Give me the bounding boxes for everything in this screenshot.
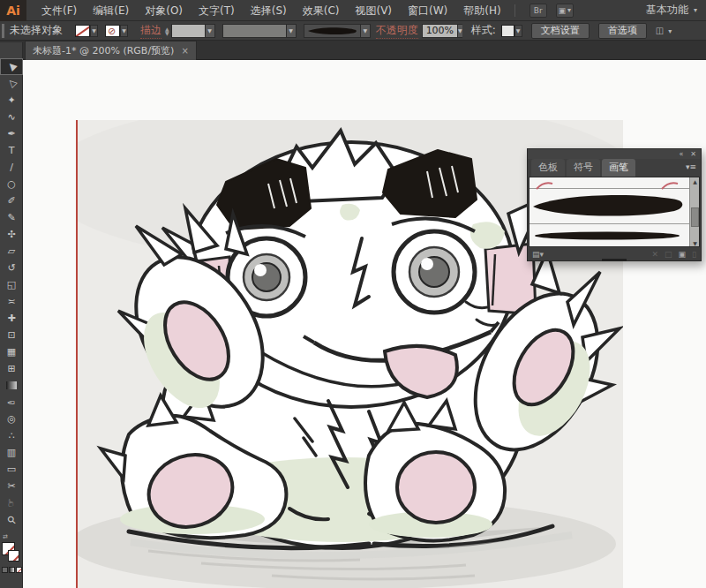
tool-icon: ⚲ <box>5 513 19 526</box>
chevron-down-icon: ▼ <box>457 25 462 37</box>
tool-symbol-sprayer[interactable]: ∴ <box>0 427 23 444</box>
menu-items: 文件(F)编辑(E)对象(O)文字(T)选择(S)效果(C)视图(V)窗口(W)… <box>34 0 509 21</box>
tool-eyedropper[interactable]: ✑ <box>0 394 23 411</box>
brush-item-partial[interactable] <box>530 177 699 189</box>
panel-tabs: 色板 符号 画笔 ▾≡ <box>528 159 701 177</box>
panel-menu-icon[interactable]: ▾≡ <box>686 162 696 171</box>
tool-pen[interactable]: ✒ <box>0 125 23 142</box>
tool-mesh[interactable]: ⊞ <box>0 360 23 377</box>
style-dropdown[interactable]: ▼ <box>514 25 522 37</box>
new-brush-icon[interactable]: ▣ <box>679 250 687 259</box>
tool-icon: ⊡ <box>7 330 15 340</box>
tool-line-segment[interactable]: ∕ <box>0 159 23 176</box>
close-icon[interactable]: × <box>181 46 188 56</box>
stroke-weight-stepper[interactable]: ▲▼ <box>165 26 169 35</box>
tool-hand[interactable]: ☞ <box>0 494 23 511</box>
tool-free-transform[interactable]: ✚ <box>0 310 23 327</box>
fill-swatch[interactable] <box>75 25 90 37</box>
scroll-up-icon[interactable]: ▲ <box>690 177 700 186</box>
tool-lasso[interactable]: ∿ <box>0 109 23 125</box>
style-swatch[interactable] <box>501 25 514 37</box>
brush-options-icon[interactable]: □ <box>665 250 672 259</box>
selection-status: 未选择对象 <box>10 23 63 38</box>
menu-item[interactable]: 文件(F) <box>34 0 85 21</box>
tool-zoom[interactable]: ⚲ <box>0 511 23 528</box>
color-mode-button[interactable] <box>2 567 8 573</box>
tool-icon: ▱ <box>8 246 15 256</box>
brush-libraries-icon[interactable]: ▤▾ <box>532 250 544 259</box>
panel-resize-notch[interactable] <box>602 259 627 261</box>
tool-selection[interactable]: ▶ <box>0 58 23 75</box>
scrollbar[interactable]: ▲ ▼ <box>689 177 699 247</box>
tool-blend[interactable]: ◎ <box>0 411 23 427</box>
delete-brush-icon[interactable]: ▯ <box>692 250 696 259</box>
menu-item[interactable]: 对象(O) <box>137 0 191 21</box>
tool-perspective-grid[interactable]: ▦ <box>0 343 23 360</box>
stroke-color-control[interactable] <box>8 550 19 562</box>
preferences-button[interactable]: 首选项 <box>598 23 647 39</box>
tool-icon: ✎ <box>7 213 15 222</box>
tool-rotate[interactable]: ↺ <box>0 260 23 276</box>
tool-pencil[interactable]: ✎ <box>0 209 23 226</box>
tool-icon: ○ <box>7 179 16 189</box>
tool-shape[interactable]: ○ <box>0 176 23 192</box>
tool-column-graph[interactable]: ▥ <box>0 444 23 461</box>
menu-item[interactable]: 选择(S) <box>243 0 295 21</box>
document-setup-button[interactable]: 文档设置 <box>531 23 590 39</box>
scroll-down-icon[interactable]: ▼ <box>690 239 700 247</box>
menu-item[interactable]: 视图(V) <box>347 0 400 21</box>
arrange-documents-button[interactable]: ▣ ▾ <box>556 4 574 18</box>
opacity-combo[interactable]: 100% ▼ <box>422 24 462 38</box>
menu-item[interactable]: 窗口(W) <box>400 0 455 21</box>
tool-icon: ∕ <box>10 162 13 172</box>
variable-width-combo[interactable]: ▼ <box>222 24 297 38</box>
gradient-mode-button[interactable] <box>9 567 15 573</box>
fill-stroke-block: ⇄ <box>0 533 23 586</box>
canvas-area[interactable] <box>23 60 706 588</box>
tool-width[interactable]: ≍ <box>0 293 23 310</box>
tool-artboard[interactable]: ▭ <box>0 461 23 478</box>
tool-magic-wand[interactable]: ✦ <box>0 92 23 109</box>
drag-grip[interactable] <box>2 24 4 38</box>
tool-shape-builder[interactable]: ⊡ <box>0 327 23 343</box>
tool-type[interactable]: T <box>0 142 23 159</box>
swap-fill-stroke-icon[interactable]: ⇄ <box>3 533 8 540</box>
document-tab[interactable]: 未标题-1* @ 200% (RGB/预览) × <box>25 41 197 60</box>
stroke-weight-combo[interactable]: ▼ <box>171 24 215 38</box>
opacity-link[interactable]: 不透明度 <box>376 23 418 39</box>
tool-paintbrush[interactable]: ✐ <box>0 192 23 209</box>
tool-icon: ✂ <box>7 481 15 491</box>
tool-eraser[interactable]: ▱ <box>0 243 23 260</box>
tool-gradient[interactable]: ▒ <box>0 377 23 394</box>
brush-item-tapered[interactable] <box>530 189 699 224</box>
tool-icon: ✑ <box>7 397 15 407</box>
none-slash-icon <box>8 550 19 562</box>
none-mode-button[interactable] <box>16 567 22 573</box>
tool-direct-selection[interactable]: ▷ <box>0 75 23 92</box>
tool-slice[interactable]: ✂ <box>0 478 23 494</box>
brush-definition-combo[interactable]: ▼ <box>304 24 371 38</box>
illustrator-window: Ai 文件(F)编辑(E)对象(O)文字(T)选择(S)效果(C)视图(V)窗口… <box>0 0 706 588</box>
menu-item[interactable]: 编辑(E) <box>85 0 137 21</box>
fill-dropdown[interactable]: ▼ <box>90 25 98 37</box>
tab-swatches[interactable]: 色板 <box>531 159 565 177</box>
stroke-swatch[interactable]: ⊘ <box>105 25 120 37</box>
tab-symbols[interactable]: 符号 <box>567 159 600 177</box>
brush-item-thin[interactable] <box>530 224 699 247</box>
menu-item[interactable]: 文字(T) <box>191 0 243 21</box>
close-panel-icon[interactable]: ✕ <box>690 150 696 158</box>
bridge-button[interactable]: Br <box>530 4 547 18</box>
chevron-down-icon: ▾ <box>668 27 672 35</box>
menu-item[interactable]: 效果(C) <box>295 0 348 21</box>
workspace-switcher[interactable]: 基本功能 ▾ <box>646 3 697 18</box>
remove-brush-stroke-icon[interactable]: ✕ <box>651 250 658 259</box>
scrollbar-thumb[interactable] <box>691 207 699 227</box>
menu-item[interactable]: 帮助(H) <box>455 0 508 21</box>
collapse-panel-icon[interactable]: « <box>679 150 683 158</box>
tool-scale[interactable]: ◱ <box>0 276 23 293</box>
control-panel-menu[interactable]: ◫ ▾ <box>656 26 672 35</box>
stroke-link[interactable]: 描边 <box>140 23 161 39</box>
tab-brushes[interactable]: 画笔 <box>602 159 635 177</box>
tool-blob-brush[interactable]: ✣ <box>0 226 23 243</box>
stroke-dropdown[interactable]: ▼ <box>120 25 128 37</box>
